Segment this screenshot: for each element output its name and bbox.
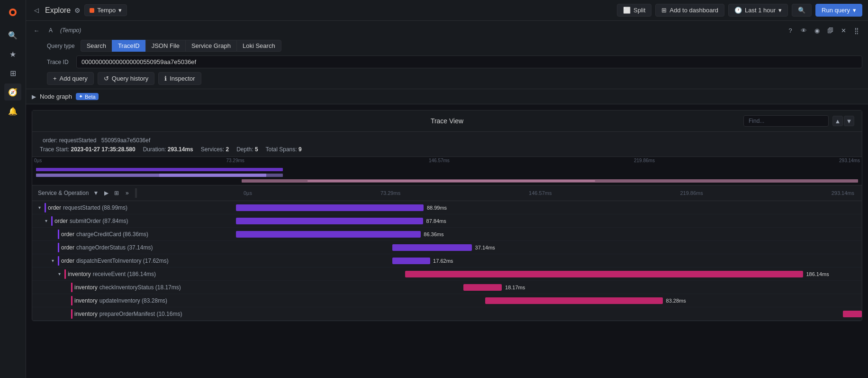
span-collapse-button[interactable]: ▾ <box>43 218 49 224</box>
span-bar <box>236 204 424 211</box>
content-area: ← A (Tempo) ? 👁 ◉ 🗐 ✕ ⣿ Query type Searc… <box>26 21 868 378</box>
span-collapse-button[interactable] <box>49 231 56 238</box>
inspector-label: Inspector <box>170 75 195 82</box>
trace-total-spans-value: 9 <box>298 146 302 153</box>
span-collapse-button[interactable]: ▾ <box>56 271 63 277</box>
trace-services: Services: 2 <box>201 146 229 153</box>
sidebar-item-starred[interactable]: ★ <box>4 46 21 63</box>
query-drag-handle[interactable]: ⣿ <box>851 25 862 36</box>
span-service-col: ▾inventoryreceiveEvent (186.14ms) <box>32 269 236 279</box>
beta-icon: ✦ <box>79 93 83 100</box>
trace-view-title: Trace View <box>311 117 583 125</box>
add-icon: + <box>53 75 57 82</box>
service-column-header: Service & Operation ▼ ▶ ⊞ » <box>38 188 242 198</box>
resize-handle[interactable] <box>135 188 137 198</box>
trace-id-input[interactable] <box>76 55 862 68</box>
more-button[interactable]: » <box>123 189 131 197</box>
span-rows: ▾orderrequestStarted (88.99ms)88.99ms▾or… <box>32 201 862 321</box>
query-label: A <box>45 27 56 34</box>
collapse-button[interactable]: ◁ <box>32 6 41 15</box>
span-service-name: order <box>61 231 74 238</box>
collapse-all-button[interactable]: ▼ <box>91 189 100 197</box>
span-row[interactable]: ▾inventoryreceiveEvent (186.14ms)186.14m… <box>32 267 862 281</box>
sidebar-item-alerts[interactable]: 🔔 <box>4 102 21 120</box>
span-service-col: ▾orderdispatchEventToInventory (17.62ms) <box>32 256 236 266</box>
sidebar-item-search[interactable]: 🔍 <box>4 27 21 44</box>
timeline-tick-1: 73.29ms <box>380 190 400 196</box>
zoom-out-icon: 🔍 <box>798 7 805 14</box>
span-service-name: order <box>61 258 74 264</box>
span-row[interactable]: inventorycheckInventoryStatus (18.17ms)1… <box>32 281 862 294</box>
span-row[interactable]: ▾orderdispatchEventToInventory (17.62ms)… <box>32 254 862 267</box>
tab-json-file[interactable]: JSON File <box>145 40 185 52</box>
split-button[interactable]: ⬜ Split <box>617 4 651 17</box>
span-row[interactable]: orderchangeOrderStatus (37.14ms)37.14ms <box>32 241 862 254</box>
query-actions: ? 👁 ◉ 🗐 ✕ ⣿ <box>785 25 862 36</box>
span-bar-col: 18.17ms <box>236 281 862 294</box>
trace-duration-value: 293.14ms <box>168 146 193 153</box>
span-service-col: inventoryprepareOrderManifest (10.16ms) <box>32 309 236 319</box>
expand-all-button[interactable]: ▶ <box>102 189 110 197</box>
query-remove-button[interactable]: ✕ <box>838 25 849 36</box>
span-duration-label: 88.99ms <box>427 205 447 211</box>
bookmark-icon[interactable]: ⚙ <box>74 7 81 14</box>
span-collapse-button[interactable] <box>49 244 56 251</box>
timeline-tick-4: 293.14ms <box>832 190 854 196</box>
span-row[interactable]: inventoryupdateInventory (83.28ms)83.28m… <box>32 294 862 307</box>
span-service-col: ▾ordersubmitOrder (87.84ms) <box>32 216 236 226</box>
add-to-dashboard-button[interactable]: ⊞ Add to dashboard <box>655 4 724 17</box>
find-input[interactable] <box>743 115 829 127</box>
query-history-button[interactable]: ↺ Query history <box>98 72 154 85</box>
datasource-selector[interactable]: Tempo ▾ <box>84 4 127 16</box>
span-duration-label: 37.14ms <box>475 245 495 250</box>
node-graph-chevron-icon: ▶ <box>32 93 36 100</box>
tab-service-graph[interactable]: Service Graph <box>185 40 236 52</box>
span-row[interactable]: ▾orderrequestStarted (88.99ms)88.99ms <box>32 201 862 214</box>
time-picker-chevron-icon: ▾ <box>778 7 782 14</box>
span-collapse-button[interactable] <box>63 311 69 317</box>
query-eye-button[interactable]: ◉ <box>811 25 823 36</box>
node-graph-header[interactable]: ▶ Node graph ✦ Beta <box>26 89 868 104</box>
span-bar-col: 87.84ms <box>236 214 862 227</box>
query-collapse-button[interactable]: ← <box>32 26 41 35</box>
span-collapse-button[interactable]: ▾ <box>36 204 43 211</box>
sidebar-item-explore[interactable]: 🧭 <box>4 83 21 101</box>
main-content: ◁ Explore ⚙ Tempo ▾ ⬜ Split ⊞ Add to das… <box>26 0 868 378</box>
query-help-button[interactable]: ? <box>785 25 796 36</box>
span-collapse-button[interactable] <box>63 297 69 304</box>
timeline-column-header: 0µs 73.29ms 146.57ms 219.86ms 293.14ms <box>242 190 856 196</box>
time-picker[interactable]: 🕐 Last 1 hour ▾ <box>728 4 788 17</box>
span-row[interactable]: ▾ordersubmitOrder (87.84ms)87.84ms <box>32 214 862 228</box>
find-next-button[interactable]: ▼ <box>844 116 854 126</box>
span-collapse-button[interactable] <box>63 284 69 291</box>
span-row[interactable]: orderchargeCreditCard (86.36ms)86.36ms <box>32 228 862 241</box>
span-operation-name: chargeCreditCard (86.36ms) <box>76 231 148 238</box>
run-query-button[interactable]: Run query ▾ <box>815 4 862 17</box>
span-service-col: ▾orderrequestStarted (88.99ms) <box>32 203 236 212</box>
tab-search[interactable]: Search <box>81 40 112 52</box>
timeline-tick-2: 146.57ms <box>529 190 552 196</box>
datasource-chevron-icon: ▾ <box>118 7 122 14</box>
query-duplicate-button[interactable]: 🗐 <box>824 25 836 36</box>
run-query-chevron-icon: ▾ <box>853 7 856 14</box>
trace-start-value: 2023-01-27 17:35:28.580 <box>71 146 136 153</box>
trace-services-value: 2 <box>226 146 229 153</box>
tab-traceid[interactable]: TraceID <box>112 40 145 52</box>
add-query-button[interactable]: + Add query <box>47 72 94 85</box>
span-service-col: orderchargeCreditCard (86.36ms) <box>32 230 236 239</box>
inspector-button[interactable]: ℹ Inspector <box>158 72 201 85</box>
trace-view-container: Trace View ▲ ▼ order: requestStarted 550… <box>32 110 862 321</box>
span-bar-col: 17.62ms <box>236 254 862 267</box>
find-prev-button[interactable]: ▲ <box>832 116 843 126</box>
zoom-out-button[interactable]: 🔍 <box>792 4 812 17</box>
span-color-indicator <box>64 269 66 279</box>
query-visibility-button[interactable]: 👁 <box>798 25 809 36</box>
datasource-dot <box>90 8 94 13</box>
span-bar-col: 86.36ms <box>236 228 862 240</box>
span-collapse-button[interactable]: ▾ <box>49 258 56 264</box>
span-row[interactable]: inventoryprepareOrderManifest (10.16ms)1… <box>32 307 862 321</box>
tick-1: 73.29ms <box>226 158 244 165</box>
fit-button[interactable]: ⊞ <box>112 189 121 197</box>
tab-loki-search[interactable]: Loki Search <box>236 40 281 52</box>
sidebar-item-dashboards[interactable]: ⊞ <box>4 65 21 82</box>
